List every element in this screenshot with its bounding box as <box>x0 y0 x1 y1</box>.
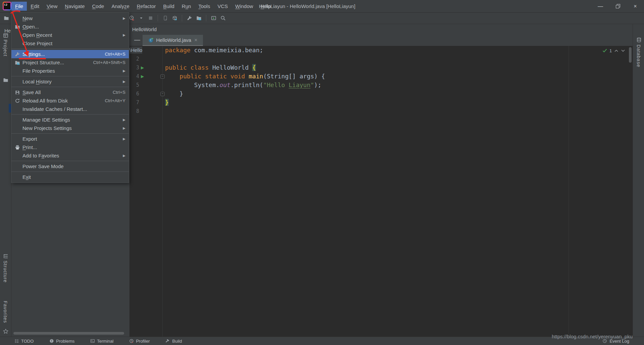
breadcrumb[interactable]: HelloWorld <box>132 24 157 35</box>
minimize-window-icon[interactable]: — <box>592 0 609 12</box>
menu-item-file-properties[interactable]: File Properties▶ <box>11 67 129 75</box>
statusbar-item-todo[interactable]: TODO <box>14 339 34 344</box>
tab-helloworld-java[interactable]: C HelloWorld.java × <box>143 35 203 46</box>
project-tool-icon[interactable] <box>3 32 8 38</box>
line-number: 3 <box>129 63 139 72</box>
menu-item-manage-ide-settings[interactable]: Manage IDE Settings▶ <box>11 116 129 124</box>
star-icon[interactable] <box>3 328 8 334</box>
menu-item-shortcut: Ctrl+S <box>113 90 125 95</box>
line-number: 2 <box>129 55 139 63</box>
profiler-icon <box>129 339 134 344</box>
close-window-icon[interactable]: × <box>627 0 644 12</box>
device-icon[interactable] <box>162 15 168 21</box>
statusbar-item-profiler[interactable]: Profiler <box>129 339 150 344</box>
submenu-arrow-icon: ▶ <box>122 33 125 37</box>
menu-item-add-to-favorites[interactable]: Add to Favorites▶ <box>11 151 129 160</box>
next-problem-chevron-down-icon[interactable] <box>621 49 625 52</box>
menubar-item-edit[interactable]: Edit <box>27 2 43 11</box>
menu-item-project-structure[interactable]: Project Structure...Ctrl+Alt+Shift+S <box>11 58 129 67</box>
menu-separator <box>11 76 129 76</box>
menubar-item-refactor[interactable]: Refactor <box>133 2 160 11</box>
structure-tool-icon[interactable] <box>3 253 8 259</box>
menubar-item-analyze[interactable]: Analyze <box>108 2 133 11</box>
menu-item-print[interactable]: Print... <box>11 143 129 151</box>
menubar-item-build[interactable]: Build <box>159 2 178 11</box>
chevron-down-icon[interactable] <box>138 15 144 21</box>
run-gutter-icon[interactable]: ▶ <box>141 63 144 72</box>
fold-handle-icon[interactable]: − <box>160 92 165 96</box>
menu-item-icon-slot <box>15 164 20 169</box>
run-anything-icon[interactable] <box>210 15 217 21</box>
menu-item-label: Add to Favorites <box>22 153 117 158</box>
project-structure-icon <box>15 60 20 65</box>
open-folder-icon[interactable] <box>3 15 9 21</box>
line-number: 8 <box>129 107 139 116</box>
minimize-icon[interactable]: — <box>134 35 140 46</box>
fold-handle-icon[interactable]: − <box>160 74 165 79</box>
menu-separator <box>11 114 129 115</box>
stop-icon[interactable] <box>147 15 154 21</box>
menu-item-settings[interactable]: Settings...Ctrl+Alt+S <box>11 50 129 58</box>
settings-wrench-icon[interactable] <box>186 15 193 21</box>
menu-item-open[interactable]: Open... <box>11 22 129 31</box>
project-structure-icon[interactable] <box>196 15 202 21</box>
menubar-item-tools[interactable]: Tools <box>195 2 214 11</box>
menubar-item-file[interactable]: File <box>11 2 27 11</box>
menu-item-reload-all-from-disk[interactable]: Reload All from DiskCtrl+Alt+Y <box>11 96 129 105</box>
menu-item-invalidate-caches-restart[interactable]: Invalidate Caches / Restart... <box>11 105 129 113</box>
tool-button-project[interactable]: Project <box>3 40 8 57</box>
database-icon[interactable] <box>636 37 642 43</box>
horizontal-scrollbar[interactable] <box>13 332 124 335</box>
vertical-scrollbar-thumb[interactable] <box>629 47 632 63</box>
todo-icon <box>14 339 19 344</box>
statusbar-item-label: Profiler <box>136 339 150 344</box>
intellij-idea-logo-icon[interactable]: IJ <box>3 2 11 10</box>
problems-icon <box>49 339 54 344</box>
code-editor[interactable]: 1package com.meimeixia.bean;23▶public cl… <box>129 46 633 337</box>
menu-item-new-projects-settings[interactable]: New Projects Settings▶ <box>11 124 129 132</box>
profiler-run-icon[interactable] <box>128 15 135 21</box>
menu-item-label: Power Save Mode <box>22 163 125 169</box>
inspection-count: 1 <box>609 48 612 53</box>
menu-item-open-recent[interactable]: Open Recent▶ <box>11 31 129 39</box>
menu-item-power-save-mode[interactable]: Power Save Mode <box>11 162 129 170</box>
menu-item-exit[interactable]: Exit <box>11 173 129 181</box>
search-icon[interactable] <box>220 15 226 21</box>
menubar-item-view[interactable]: View <box>43 2 61 11</box>
menu-item-save-all[interactable]: Save AllCtrl+S <box>11 88 129 96</box>
menubar-item-window[interactable]: Window <box>231 2 257 11</box>
menu-item-new[interactable]: New▶ <box>11 14 129 22</box>
submenu-arrow-icon: ▶ <box>122 137 125 141</box>
menu-item-label: Export <box>22 136 117 142</box>
menu-separator <box>11 133 129 134</box>
menu-item-close-project[interactable]: Close Project <box>11 39 129 48</box>
menu-item-local-history[interactable]: Local History▶ <box>11 77 129 86</box>
project-tree-text-fragment: \Hello <box>129 47 142 54</box>
menubar-item-help[interactable]: Help <box>257 2 275 11</box>
menubar-item-run[interactable]: Run <box>178 2 195 11</box>
menubar-item-vcs[interactable]: VCS <box>214 2 231 11</box>
package-icon[interactable] <box>171 15 178 21</box>
statusbar-item-label: Problems <box>56 339 74 344</box>
menu-separator <box>11 87 129 87</box>
tool-button-structure[interactable]: Structure <box>3 261 8 283</box>
menubar-item-navigate[interactable]: Navigate <box>61 2 88 11</box>
toolbar-separator <box>182 15 182 21</box>
statusbar-item-label: Build <box>172 339 182 344</box>
statusbar-item-build[interactable]: Build <box>165 339 182 344</box>
folder-icon <box>15 24 20 29</box>
tool-button-database[interactable]: Database <box>636 45 641 67</box>
menu-item-export[interactable]: Export▶ <box>11 135 129 143</box>
menu-item-label: Open... <box>22 24 125 29</box>
statusbar-item-terminal[interactable]: Terminal <box>90 339 113 344</box>
restore-window-icon[interactable] <box>609 0 627 12</box>
close-tab-icon[interactable]: × <box>194 37 197 43</box>
folder-icon <box>3 77 8 83</box>
menubar-item-code[interactable]: Code <box>89 2 108 11</box>
prev-problem-chevron-up-icon[interactable] <box>614 49 619 52</box>
tool-button-favorites[interactable]: Favorites <box>3 301 8 323</box>
run-gutter-icon[interactable]: ▶ <box>141 72 144 81</box>
menu-separator <box>11 49 129 49</box>
toolbar-separator <box>206 15 206 21</box>
statusbar-item-problems[interactable]: Problems <box>49 339 74 344</box>
